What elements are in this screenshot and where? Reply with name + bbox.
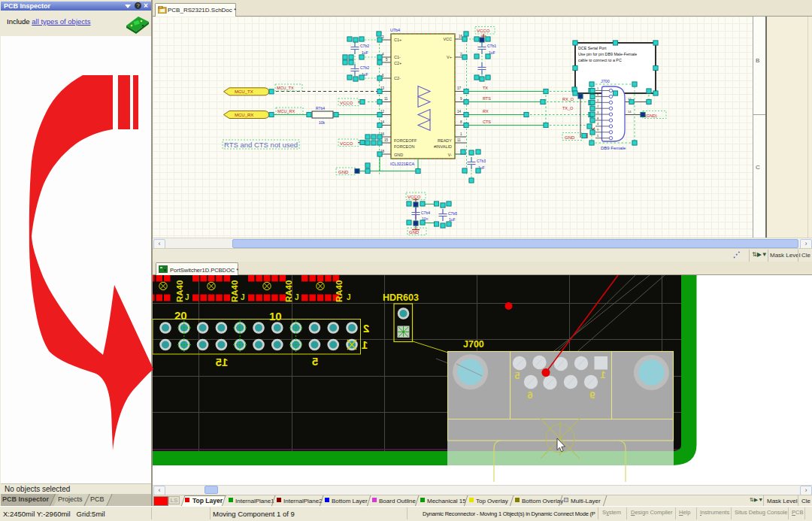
svg-text:10k: 10k — [319, 120, 326, 125]
svg-text:6: 6 — [527, 389, 532, 401]
svg-text:J700: J700 — [601, 79, 610, 83]
svg-text:C2-: C2- — [394, 76, 401, 80]
svg-text:9: 9 — [460, 97, 462, 101]
svg-text:MCU_RX: MCU_RX — [235, 113, 253, 117]
svg-text:RA40: RA40 — [284, 280, 293, 302]
svg-text:C7b3: C7b3 — [477, 159, 486, 163]
svg-text:C1-: C1- — [394, 55, 401, 59]
svg-text:GND: GND — [394, 153, 403, 157]
svg-text:C7b1: C7b1 — [487, 44, 496, 48]
svg-text:11: 11 — [457, 138, 461, 142]
svg-text:C1+: C1+ — [394, 38, 401, 42]
svg-text:TX: TX — [483, 86, 488, 90]
svg-text:14: 14 — [628, 110, 632, 114]
svg-text:V-: V- — [448, 153, 452, 157]
svg-text:MCU_TX: MCU_TX — [277, 86, 294, 90]
svg-text:cable to connect to a PC: cable to connect to a PC — [578, 58, 622, 62]
svg-text:GND: GND — [565, 135, 575, 140]
svg-text:U7b4: U7b4 — [390, 28, 400, 32]
svg-text:11: 11 — [384, 97, 388, 101]
svg-text:J: J — [295, 293, 299, 301]
svg-text:VCCO: VCCO — [408, 195, 421, 199]
svg-text:R7b4: R7b4 — [316, 106, 325, 111]
svg-text:RTS and CTS not used: RTS and CTS not used — [224, 141, 298, 149]
svg-text:1: 1 — [362, 338, 368, 351]
svg-text:17: 17 — [457, 86, 462, 90]
svg-text:4: 4 — [597, 122, 599, 126]
svg-text:1uF: 1uF — [449, 217, 456, 222]
svg-text:RX: RX — [483, 109, 489, 114]
svg-text:C7b2: C7b2 — [360, 44, 369, 48]
svg-text:RA40: RA40 — [230, 280, 239, 302]
svg-text:DB9 Female: DB9 Female — [601, 146, 626, 150]
svg-text:RA40: RA40 — [175, 280, 184, 302]
svg-text:(GND): (GND) — [645, 114, 657, 118]
svg-text:20: 20 — [174, 309, 187, 322]
svg-text:ICL3221ECA: ICL3221ECA — [390, 162, 414, 166]
svg-text:VCCO: VCCO — [477, 29, 490, 33]
svg-text:CTS: CTS — [483, 120, 491, 124]
svg-text:1uF: 1uF — [362, 50, 368, 55]
svg-text:READY: READY — [438, 138, 452, 143]
svg-text:7: 7 — [597, 105, 599, 108]
svg-text:5: 5 — [386, 58, 388, 62]
svg-text:VCC: VCC — [443, 37, 452, 41]
svg-text:1: 1 — [600, 369, 605, 380]
svg-text:RA40: RA40 — [335, 280, 344, 302]
svg-text:15: 15 — [216, 356, 229, 368]
svg-text:HDR603: HDR603 — [383, 292, 419, 303]
svg-text:FORCEOFF: FORCEOFF — [394, 138, 417, 143]
svg-text:5: 5 — [312, 355, 318, 368]
svg-text:2: 2 — [363, 322, 369, 335]
svg-text:C7b4: C7b4 — [421, 211, 430, 215]
svg-text:C7b2: C7b2 — [360, 65, 369, 70]
svg-text:5: 5 — [514, 370, 520, 381]
svg-text:Use pin for pin DB9 Male-Femal: Use pin for pin DB9 Male-Female — [578, 52, 637, 56]
svg-text:V+: V+ — [447, 55, 452, 59]
svg-text:MCU_TX: MCU_TX — [235, 89, 253, 94]
svg-text:5: 5 — [597, 134, 599, 138]
svg-text:8: 8 — [597, 117, 599, 120]
svg-text:C2+: C2+ — [394, 61, 401, 65]
svg-text:J700: J700 — [463, 339, 484, 350]
svg-text:GND: GND — [338, 170, 349, 174]
svg-text:VCCO: VCCO — [340, 101, 353, 105]
svg-text:TX_O: TX_O — [562, 106, 574, 111]
svg-text:10: 10 — [269, 310, 282, 323]
svg-text:RX_O: RX_O — [562, 97, 574, 101]
svg-text:J: J — [241, 293, 245, 301]
svg-text:DCE Serial Port: DCE Serial Port — [578, 46, 607, 50]
svg-text:J: J — [347, 293, 351, 301]
svg-text:RTS: RTS — [483, 96, 491, 101]
svg-text:FORCEON: FORCEON — [394, 144, 415, 149]
svg-text:14: 14 — [457, 110, 462, 114]
svg-text:2: 2 — [597, 98, 599, 102]
svg-text:VCCO: VCCO — [340, 141, 353, 146]
svg-text:#INVALID: #INVALID — [434, 144, 452, 149]
svg-text:GND: GND — [409, 230, 420, 235]
svg-text:8: 8 — [460, 120, 462, 124]
svg-text:3: 3 — [597, 111, 599, 114]
svg-text:MCU_RX: MCU_RX — [277, 109, 295, 114]
svg-text:J: J — [185, 293, 189, 301]
svg-text:1: 1 — [460, 132, 462, 136]
svg-text:C7b5: C7b5 — [448, 211, 457, 216]
svg-text:9: 9 — [597, 128, 599, 132]
svg-text:9: 9 — [589, 389, 595, 401]
svg-text:15: 15 — [384, 138, 389, 142]
